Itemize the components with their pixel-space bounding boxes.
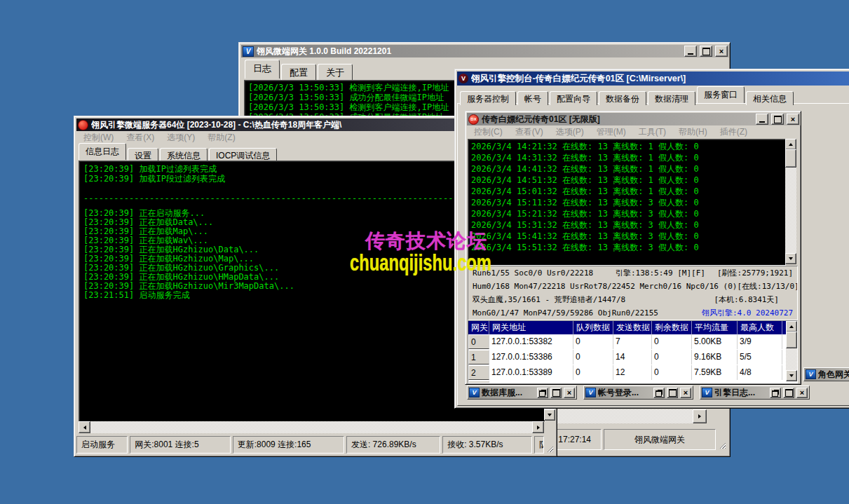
gateway-close-button[interactable] (715, 46, 728, 57)
maximize-button[interactable] (667, 388, 678, 398)
gateway-maximize-button[interactable] (700, 46, 712, 57)
menu-control[interactable]: 控制(C) (468, 125, 509, 139)
scroll-thumb[interactable] (786, 332, 797, 348)
v-icon: V (585, 388, 596, 397)
gateway-tab-about[interactable]: 关于 (318, 64, 353, 81)
close-button[interactable] (680, 388, 691, 398)
online-log-line: 2026/3/4 15:51:32 在线数: 13 离线数: 3 假人数: 0 (471, 242, 782, 253)
table-vertical-scrollbar[interactable] (786, 321, 797, 381)
console-title: 翎风引擎控制台-传奇白嫖纪元传奇01区 [C:\Mirserver\] (471, 73, 849, 85)
tab-data-backup[interactable]: 数据备份 (599, 91, 646, 105)
tab-iocp-debug[interactable]: IOCP调试信息 (209, 148, 277, 162)
minimized-window-bar[interactable]: V 帐号登录... (583, 386, 693, 400)
online-log-line: 2026/3/4 14:51:32 在线数: 13 离线数: 1 假人数: 0 (471, 175, 782, 186)
gateway-table-header: 网关 网关地址 队列数据 发送数据 剩余数据 平均流量 最高人数 (468, 321, 797, 334)
tab-server-control[interactable]: 服务器控制 (460, 91, 516, 105)
stats-row: Run61/55 Soc0/0 Usr0/22218 引擎:138:5:49 [… (468, 266, 797, 280)
v-icon: V (469, 388, 480, 397)
menu-plugin[interactable]: 插件(Z) (714, 125, 754, 139)
menu-manage[interactable]: 管理(M) (590, 125, 632, 139)
scroll-up-button[interactable] (786, 321, 797, 332)
online-log-line: 2026/3/4 15:11:32 在线数: 13 离线数: 3 假人数: 0 (471, 197, 782, 208)
minimized-window-bar-role-gateway[interactable]: V 角色网关 (803, 367, 849, 381)
scroll-right-button[interactable] (693, 409, 707, 423)
scroll-down-button[interactable] (544, 409, 555, 421)
status-queue: 队列: 1 (534, 436, 544, 454)
inner-vertical-scrollbar[interactable] (785, 139, 796, 264)
tab-info-log[interactable]: 信息日志 (79, 143, 126, 160)
scroll-down-button[interactable] (786, 370, 797, 381)
game-server-inner-window: DX 传奇白嫖纪元传奇01区 [无限版] 控制(C) 查看(V) 选项(P) 管… (465, 111, 801, 385)
desktop: V 翎风微端网关 1.0.0 Build 20221201 日志 配置 关于 [… (0, 0, 849, 504)
console-tabs: 服务器控制 帐号 配置向导 数据备份 数据清理 服务窗口 相关信息 (460, 88, 795, 103)
chat-log-line: 2026/3/4 15:55:48 [公聊] 我喝多了: M (468, 254, 785, 266)
inner-minimize-button[interactable] (756, 114, 768, 125)
status-send-rate: 发送: 726.89KB/s (346, 436, 440, 454)
close-button[interactable] (796, 388, 808, 398)
menu-options[interactable]: 选项(Y) (161, 130, 201, 145)
minimized-window-bar[interactable]: V 引擎日志... (700, 386, 810, 400)
tab-service-window[interactable]: 服务窗口 (697, 86, 745, 103)
gateway-titlebar[interactable]: V 翎风微端网关 1.0.0 Build 20221201 (241, 45, 729, 57)
server-app-icon (78, 120, 88, 130)
tab-account[interactable]: 帐号 (517, 91, 548, 105)
server-horizontal-scrollbar[interactable] (79, 421, 544, 433)
online-log-line: 2026/3/4 15:01:32 在线数: 13 离线数: 1 假人数: 0 (471, 186, 782, 197)
tab-system-info[interactable]: 系统信息 (160, 148, 208, 162)
tab-settings[interactable]: 设置 (128, 148, 158, 162)
inner-log-console[interactable]: 2026/3/4 14:21:32 在线数: 13 离线数: 1 假人数: 02… (468, 139, 786, 266)
gateway-app-icon: V (243, 46, 254, 57)
console-app-icon: V (459, 74, 468, 83)
server-resize-grip[interactable] (546, 436, 555, 454)
service-window-tabpage: DX 传奇白嫖纪元传奇01区 [无限版] 控制(C) 查看(V) 选项(P) 管… (457, 103, 849, 406)
close-button[interactable] (564, 388, 575, 398)
scroll-thumb[interactable] (785, 149, 796, 168)
status-update-port: 更新:8009 连接:165 (233, 436, 344, 454)
online-log-line: 2026/3/4 14:31:32 在线数: 13 离线数: 1 假人数: 0 (471, 152, 782, 163)
scroll-right-button[interactable] (532, 421, 544, 433)
menu-help[interactable]: 帮助(H) (672, 125, 714, 139)
restore-button[interactable] (537, 388, 548, 398)
gateway-title: 翎风微端网关 1.0.0 Build 20221201 (257, 46, 681, 57)
server-statusbar: 启动服务 网关:8001 连接:5 更新:8009 连接:165 发送: 726… (76, 436, 555, 454)
gateway-table-row[interactable]: 2 127.0.0.1:53389 0 12 0 7.59KB 4/8 (468, 365, 797, 381)
inner-app-icon: DX (468, 114, 479, 125)
online-log-line: 2026/3/4 15:21:32 在线数: 13 离线数: 3 假人数: 0 (471, 208, 782, 219)
tab-data-clean[interactable]: 数据清理 (648, 91, 695, 105)
scrollbar-corner (544, 421, 555, 433)
v-icon: V (702, 388, 712, 397)
gateway-tab-logs[interactable]: 日志 (245, 60, 280, 79)
restore-button[interactable] (653, 388, 665, 398)
tab-related-info[interactable]: 相关信息 (746, 91, 794, 105)
gateway-table-row[interactable]: 0 127.0.0.1:53382 0 7 0 5.00KB 3/9 (468, 334, 797, 350)
engine-stats-panel: Run61/55 Soc0/0 Usr0/22218 引擎:138:5:49 [… (468, 266, 798, 320)
restore-button[interactable] (770, 388, 781, 398)
maximize-button[interactable] (550, 388, 562, 398)
inner-maximize-button[interactable] (771, 114, 784, 125)
gateway-resize-grip[interactable] (718, 429, 727, 450)
menu-view[interactable]: 查看(X) (120, 130, 161, 145)
menu-view[interactable]: 查看(V) (509, 125, 550, 139)
gateway-table-row[interactable]: 1 127.0.0.1:53386 0 14 0 9.16KB 5/5 (468, 350, 797, 365)
scroll-down-button[interactable] (785, 253, 796, 264)
v-icon: V (806, 369, 816, 379)
inner-title: 传奇白嫖纪元传奇01区 [无限版] (482, 114, 753, 125)
scroll-left-button[interactable] (79, 421, 90, 433)
gateway-minimize-button[interactable] (684, 46, 697, 57)
menu-tools[interactable]: 工具(T) (632, 125, 672, 139)
inner-close-button[interactable] (787, 114, 799, 125)
minimized-window-bar[interactable]: V 数据库服... (467, 386, 577, 400)
scroll-up-button[interactable] (785, 139, 796, 150)
status-gateway-port: 网关:8001 连接:5 (130, 436, 231, 454)
maximize-button[interactable] (783, 388, 794, 398)
console-titlebar[interactable]: V 翎风引擎控制台-传奇白嫖纪元传奇01区 [C:\Mirserver\] (457, 71, 849, 86)
menu-help[interactable]: 帮助(Z) (201, 130, 241, 145)
tab-config-wizard[interactable]: 配置向导 (550, 91, 597, 105)
status-recv-rate: 接收: 3.57KB/s (442, 436, 532, 454)
online-log-line: 2026/3/4 15:31:32 在线数: 13 离线数: 3 假人数: 0 (471, 219, 782, 231)
inner-titlebar[interactable]: DX 传奇白嫖纪元传奇01区 [无限版] (467, 113, 801, 125)
gateway-tab-config[interactable]: 配置 (281, 64, 316, 81)
server-tabs: 信息日志 设置 系统信息 IOCP调试信息 (79, 144, 278, 160)
online-log-line: 2026/3/4 14:21:32 在线数: 13 离线数: 1 假人数: 0 (471, 141, 782, 152)
menu-options[interactable]: 选项(P) (550, 125, 590, 139)
